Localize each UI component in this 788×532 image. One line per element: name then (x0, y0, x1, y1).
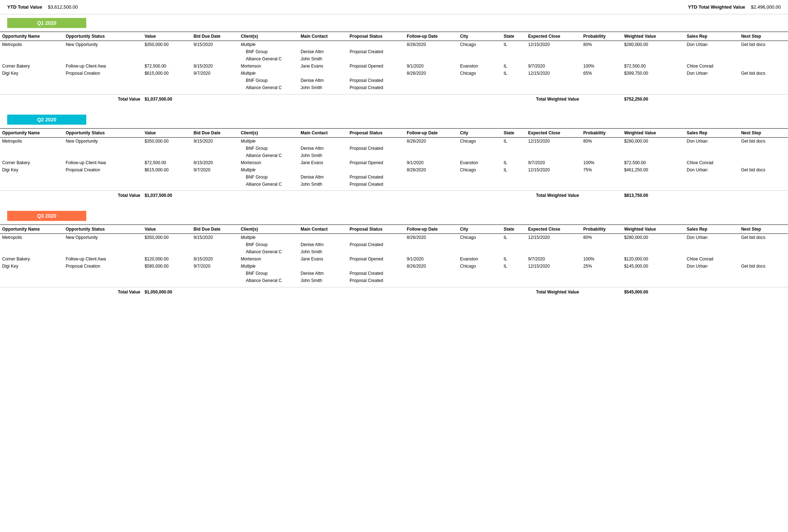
quarter-header-q2: Q2 2020 (0, 111, 788, 128)
sub-cell-status (64, 55, 143, 63)
sub-cell-city (458, 84, 501, 91)
th-clients: Client(s) (239, 128, 299, 137)
cell-opp-name: Digi Key (0, 166, 64, 174)
cell-nextstep (739, 255, 788, 263)
sub-cell-value (142, 174, 191, 181)
total-label-empty (0, 191, 64, 200)
sub-cell-value (142, 84, 191, 91)
quarter-table-q1: Opportunity Name Opportunity Status Valu… (0, 32, 788, 104)
cell-value: $120,000.00 (142, 255, 191, 263)
total-empty5 (404, 94, 458, 104)
sub-cell-value (142, 241, 191, 248)
cell-salesrep: Don Urban (684, 234, 739, 241)
cell-opp-name: Corner Bakery (0, 63, 64, 70)
sub-cell-state (501, 270, 526, 277)
sub-cell-salesrep (684, 152, 739, 159)
cell-opp-status: Follow-up Client Awa (64, 63, 143, 70)
sub-cell-expected (526, 241, 581, 248)
cell-client: Multiple (239, 263, 299, 270)
quarter-header-q3: Q3 2020 (0, 207, 788, 225)
sub-cell-state (501, 145, 526, 152)
cell-state: IL (501, 263, 526, 270)
cell-nextstep (739, 159, 788, 166)
top-bar: YTD Total Value $3,612,500.00 YTD Total … (0, 0, 788, 14)
sub-cell-prob (581, 181, 622, 188)
sub-cell-prob (581, 55, 622, 63)
cell-state: IL (501, 159, 526, 166)
th-weighted: Weighted Value (622, 225, 684, 234)
cell-salesrep: Don Urban (684, 137, 739, 145)
sub-cell-nextstep (739, 277, 788, 284)
sub-cell-client: Alliance General C (239, 277, 299, 284)
sub-cell-biddate (191, 241, 238, 248)
cell-probability: 80% (581, 137, 622, 145)
cell-bid-date: 8/15/2020 (191, 159, 238, 166)
cell-value: $615,000.00 (142, 70, 191, 77)
sub-cell-biddate (191, 181, 238, 188)
sub-cell-followup (404, 152, 458, 159)
cell-probability: 80% (581, 41, 622, 48)
sub-cell-state (501, 152, 526, 159)
cell-city: Evanston (458, 63, 501, 70)
sub-cell-salesrep (684, 174, 739, 181)
total-empty5 (404, 287, 458, 297)
sub-cell-prob (581, 277, 622, 284)
th-proposal: Proposal Status (348, 32, 405, 41)
sub-cell-weighted (622, 181, 684, 188)
sub-cell-value (142, 48, 191, 55)
sub-cell-salesrep (684, 248, 739, 255)
sub-cell-client: BNF Group (239, 145, 299, 152)
sub-cell-followup (404, 77, 458, 84)
cell-opp-name: Digi Key (0, 70, 64, 77)
cell-weighted: $280,000.00 (622, 234, 684, 241)
total-value-label: Total Value (64, 287, 143, 297)
sub-cell-followup (404, 55, 458, 63)
ytd-weighted-label: YTD Total Weighted Value (688, 4, 745, 10)
cell-city: Chicago (458, 41, 501, 48)
sub-cell-biddate (191, 152, 238, 159)
cell-probability: 100% (581, 255, 622, 263)
cell-value: $72,500.00 (142, 159, 191, 166)
cell-city: Chicago (458, 70, 501, 77)
sub-cell-proposal: Proposal Created (348, 241, 405, 248)
th-followup: Follow-up Date (404, 128, 458, 137)
table-row: Corner Bakery Follow-up Client Awa $72,5… (0, 159, 788, 166)
table-sub-row: Alliance General C John Smith (0, 55, 788, 63)
cell-contact (298, 137, 347, 145)
cell-city: Chicago (458, 166, 501, 174)
cell-expected: 12/15/2020 (526, 41, 581, 48)
total-weighted-value: $752,250.00 (622, 94, 684, 104)
total-empty10 (739, 191, 788, 200)
table-row: Corner Bakery Follow-up Client Awa $72,5… (0, 63, 788, 70)
sub-cell-name (0, 152, 64, 159)
cell-expected: 9/7/2020 (526, 255, 581, 263)
sub-cell-followup (404, 277, 458, 284)
cell-proposal (348, 70, 405, 77)
cell-city: Chicago (458, 263, 501, 270)
sub-cell-contact: John Smith (298, 152, 347, 159)
cell-value: $350,000.00 (142, 137, 191, 145)
cell-contact (298, 263, 347, 270)
th-state: State (501, 225, 526, 234)
th-opp-name: Opportunity Name (0, 32, 64, 41)
cell-value: $72,500.00 (142, 63, 191, 70)
cell-opp-status: New Opportunity (64, 234, 143, 241)
sub-cell-biddate (191, 55, 238, 63)
cell-expected: 9/7/2020 (526, 159, 581, 166)
sub-cell-contact: Denise Altm (298, 270, 347, 277)
sub-cell-salesrep (684, 55, 739, 63)
sub-cell-salesrep (684, 84, 739, 91)
sub-cell-nextstep (739, 55, 788, 63)
cell-state: IL (501, 137, 526, 145)
cell-bid-date: 8/15/2020 (191, 255, 238, 263)
th-contact: Main Contact (298, 225, 347, 234)
cell-salesrep: Don Urban (684, 70, 739, 77)
quarter-label-q2: Q2 2020 (7, 115, 86, 125)
sub-cell-expected (526, 145, 581, 152)
sub-cell-proposal (348, 152, 405, 159)
sub-cell-name (0, 84, 64, 91)
total-empty1 (191, 94, 238, 104)
total-value: $1,037,500.00 (142, 191, 191, 200)
sub-cell-weighted (622, 277, 684, 284)
total-empty8 (581, 94, 622, 104)
